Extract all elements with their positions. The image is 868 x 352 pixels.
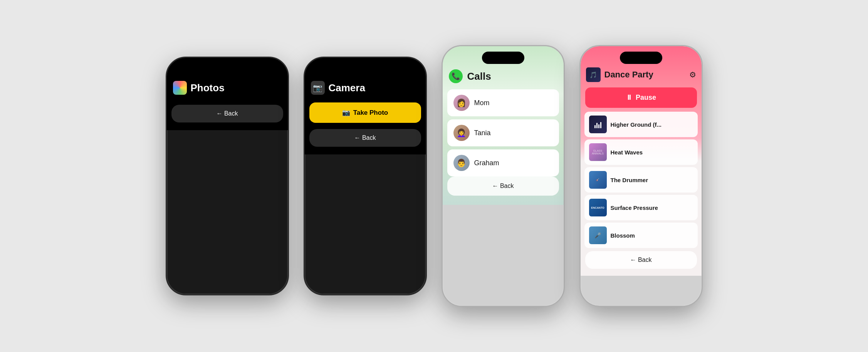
track-art-higher-ground — [589, 116, 607, 133]
track-name-surface-pressure: Surface Pressure — [611, 204, 693, 211]
camera-icon-glyph: 📷 — [313, 83, 322, 92]
app-showcase: Photos ← Back 📷 — [166, 45, 703, 307]
dynamic-island-1 — [206, 63, 248, 75]
call-item-tania[interactable]: 👩‍🦱 Tania — [447, 119, 559, 146]
track-art-drummer: 🎸 — [589, 171, 607, 189]
avatar-tania-emoji: 👩‍🦱 — [457, 128, 466, 137]
photos-title: Photos — [191, 82, 225, 94]
track-item-blossom[interactable]: 🎤 Blossom — [584, 223, 698, 248]
camera-title: Camera — [329, 82, 365, 94]
calls-title: Calls — [467, 70, 491, 82]
contact-name-mom: Mom — [474, 99, 490, 107]
more-options-icon[interactable]: ⚙ — [689, 70, 696, 79]
eq-bar-4 — [600, 122, 601, 128]
camera-phone: 📷 Camera — [304, 57, 427, 295]
photos-screen: Photos ← Back — [167, 58, 288, 294]
track-name-higher-ground: Higher Ground (f... — [611, 121, 693, 128]
track-item-the-drummer[interactable]: 🎸 The Drummer — [584, 167, 698, 193]
avatar-mom: 👩 — [453, 95, 470, 111]
camera-icon: 📷 — [311, 81, 325, 95]
track-name-blossom: Blossom — [611, 232, 693, 239]
music-back-button[interactable]: ← Back — [585, 251, 697, 269]
dynamic-island-2 — [344, 63, 386, 75]
dynamic-island-4 — [620, 52, 662, 64]
avatar-mom-emoji: 👩 — [457, 98, 466, 107]
track-item-heat-waves[interactable]: GLASSANIMALS Heat Waves — [584, 139, 698, 165]
contact-name-tania: Tania — [474, 129, 491, 137]
dynamic-island-3 — [482, 52, 524, 64]
calls-phone: 📞 Calls 👩 Mom 👩‍🦱 Ta — [442, 45, 565, 307]
eq-bar-1 — [594, 125, 596, 128]
calls-screen-wrapper: 📞 Calls 👩 Mom 👩‍🦱 Ta — [443, 46, 564, 306]
call-item-mom[interactable]: 👩 Mom — [447, 89, 559, 116]
heat-waves-art-label: GLASSANIMALS — [592, 149, 604, 155]
photo-grid — [167, 99, 288, 102]
playlist-title: Dance Party — [604, 70, 685, 80]
camera-back-button[interactable]: ← Back — [309, 129, 421, 147]
pause-button[interactable]: ⏸ Pause — [585, 87, 697, 108]
contact-name-graham: Graham — [474, 159, 499, 167]
pause-label: Pause — [636, 94, 656, 102]
surface-art-label: ENCANTO — [591, 206, 604, 209]
music-screen-wrapper: 🎵 Dance Party ⚙ ⏸ Pause — [581, 46, 702, 306]
track-item-higher-ground[interactable]: Higher Ground (f... — [584, 112, 698, 137]
photos-app-icon — [173, 81, 187, 95]
calls-back-button[interactable]: ← Back — [447, 176, 559, 196]
take-photo-button[interactable]: 📷 Take Photo — [309, 102, 421, 123]
eq-bar-3 — [598, 124, 599, 128]
track-art-surface-pressure: ENCANTO — [589, 199, 607, 216]
photos-phone: Photos ← Back — [166, 57, 289, 295]
blossom-art-label: 🎤 — [594, 232, 601, 238]
photos-back-button[interactable]: ← Back — [171, 105, 283, 122]
track-name-heat-waves: Heat Waves — [611, 149, 693, 156]
avatar-graham-emoji: 👨 — [457, 158, 466, 168]
track-item-surface-pressure[interactable]: ENCANTO Surface Pressure — [584, 195, 698, 220]
calls-list: 👩 Mom 👩‍🦱 Tania 👨 Graha — [443, 89, 564, 176]
avatar-graham: 👨 — [453, 155, 470, 171]
phone-glyph: 📞 — [452, 72, 460, 80]
drummer-art-label: 🎸 — [596, 178, 599, 181]
music-phone: 🎵 Dance Party ⚙ ⏸ Pause — [579, 45, 703, 307]
call-item-graham[interactable]: 👨 Graham — [447, 149, 559, 176]
playlist-art-glyph: 🎵 — [589, 71, 597, 79]
take-photo-label: Take Photo — [353, 109, 388, 117]
playlist-cover-art: 🎵 — [586, 67, 601, 82]
pause-icon: ⏸ — [626, 94, 633, 102]
track-art-heat-waves: GLASSANIMALS — [589, 143, 607, 161]
camera-button-icon: 📷 — [342, 109, 350, 117]
track-art-blossom: 🎤 — [589, 226, 607, 244]
avatar-tania: 👩‍🦱 — [453, 125, 470, 141]
calls-phone-icon: 📞 — [449, 69, 463, 83]
camera-screen: 📷 Camera — [305, 58, 426, 294]
equalizer-icon — [594, 121, 601, 128]
track-list: Higher Ground (f... GLASSANIMALS Heat Wa… — [581, 112, 702, 248]
eq-bar-2 — [596, 123, 598, 128]
track-name-the-drummer: The Drummer — [611, 177, 693, 183]
